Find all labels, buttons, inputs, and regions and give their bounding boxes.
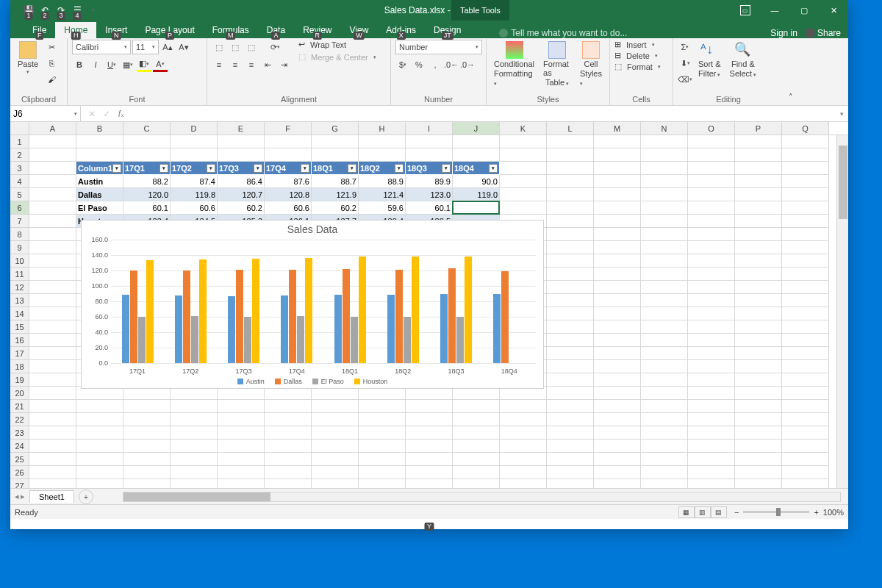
cell[interactable] <box>594 135 641 148</box>
cell[interactable] <box>594 201 641 215</box>
cell[interactable] <box>29 188 76 201</box>
cell[interactable] <box>359 426 406 440</box>
cell[interactable] <box>29 215 76 228</box>
cell[interactable] <box>359 466 406 479</box>
cell[interactable] <box>171 400 218 413</box>
cell[interactable] <box>265 413 312 426</box>
bar[interactable] <box>191 316 198 363</box>
italic-icon[interactable]: I <box>88 57 103 72</box>
cell[interactable] <box>547 241 594 254</box>
cell[interactable] <box>500 400 547 413</box>
underline-icon[interactable]: U ▾ <box>104 57 119 72</box>
filter-dropdown-icon[interactable]: ▾ <box>301 164 309 173</box>
cell[interactable] <box>594 294 641 307</box>
bar[interactable] <box>281 295 288 363</box>
border-icon[interactable]: ▦ ▾ <box>121 57 135 72</box>
row-header[interactable]: 12 <box>10 281 29 294</box>
cell[interactable] <box>594 307 641 320</box>
cell[interactable] <box>547 320 594 334</box>
cell[interactable]: 88.7 <box>312 175 359 188</box>
legend-item[interactable]: Houston <box>354 378 388 385</box>
cell[interactable] <box>547 387 594 400</box>
cell[interactable] <box>123 400 171 413</box>
cell[interactable] <box>312 135 359 148</box>
cell[interactable] <box>782 347 829 360</box>
cell[interactable] <box>782 135 829 148</box>
embedded-chart[interactable]: Sales Data 0.020.040.060.080.0100.0120.0… <box>81 220 544 389</box>
sheet-nav-prev-icon[interactable]: ◂ <box>15 492 19 501</box>
cell[interactable] <box>500 162 547 175</box>
row-header[interactable]: 3 <box>10 162 29 175</box>
cell[interactable]: 88.9 <box>359 175 406 188</box>
align-center-icon[interactable]: ≡ <box>228 57 243 72</box>
cell[interactable] <box>500 453 547 466</box>
cell[interactable] <box>500 188 547 201</box>
share-button[interactable]: ShareY <box>805 28 841 38</box>
cell[interactable]: 17Q3▾ <box>218 162 265 175</box>
cell[interactable] <box>76 479 123 488</box>
percent-format-icon[interactable]: % <box>412 57 426 72</box>
cell[interactable] <box>218 466 265 479</box>
cell[interactable] <box>453 453 500 466</box>
tab-insert[interactable]: InsertN <box>96 22 136 38</box>
column-header[interactable]: M <box>594 122 641 135</box>
cell[interactable] <box>265 479 312 488</box>
cell[interactable] <box>641 347 688 360</box>
cell[interactable] <box>547 294 594 307</box>
name-box[interactable]: J6▾ <box>10 106 81 121</box>
vscroll-thumb[interactable] <box>839 146 847 219</box>
cell[interactable] <box>29 268 76 281</box>
cell[interactable] <box>406 400 453 413</box>
bar[interactable] <box>138 317 146 363</box>
cell[interactable]: 87.6 <box>265 175 312 188</box>
bar[interactable] <box>404 317 411 363</box>
cell[interactable] <box>29 466 76 479</box>
cell[interactable] <box>453 413 500 426</box>
conditional-formatting-button[interactable]: ConditionalFormatting ▾ <box>491 40 537 88</box>
tab-add-ins[interactable]: Add-insX <box>377 22 425 38</box>
filter-dropdown-icon[interactable]: ▾ <box>442 164 451 173</box>
cell[interactable] <box>735 334 782 347</box>
filter-dropdown-icon[interactable]: ▾ <box>254 164 262 173</box>
sort-filter-button[interactable]: ᴬ↓Sort &Filter ▾ <box>695 40 724 79</box>
cell[interactable] <box>735 360 782 373</box>
cell[interactable] <box>688 281 735 294</box>
increase-indent-icon[interactable]: ⇥ <box>276 57 291 72</box>
cell[interactable] <box>782 400 829 413</box>
cell[interactable] <box>29 440 76 453</box>
cell[interactable] <box>735 241 782 254</box>
cell[interactable] <box>641 162 688 175</box>
cell[interactable] <box>29 228 76 241</box>
filter-dropdown-icon[interactable]: ▾ <box>395 164 404 173</box>
cell[interactable]: 60.1 <box>123 201 171 215</box>
cell[interactable] <box>171 413 218 426</box>
cell[interactable] <box>782 479 829 488</box>
cell[interactable] <box>782 426 829 440</box>
page-layout-view-icon[interactable]: ▥ <box>695 506 711 518</box>
cell[interactable] <box>594 373 641 387</box>
bar[interactable] <box>130 270 137 363</box>
bar[interactable] <box>244 317 251 363</box>
cell[interactable] <box>735 320 782 334</box>
cell[interactable] <box>641 320 688 334</box>
cell[interactable] <box>500 440 547 453</box>
cell[interactable] <box>641 215 688 228</box>
bar[interactable] <box>465 257 472 363</box>
decrease-decimal-icon[interactable]: .0→ <box>460 57 475 72</box>
cell[interactable] <box>641 254 688 268</box>
cell[interactable] <box>265 135 312 148</box>
cell[interactable]: 88.2 <box>123 175 171 188</box>
cell[interactable] <box>359 440 406 453</box>
cell[interactable] <box>500 413 547 426</box>
cell[interactable] <box>782 307 829 320</box>
cell[interactable] <box>547 162 594 175</box>
cell[interactable] <box>782 281 829 294</box>
cell[interactable] <box>76 440 123 453</box>
cell[interactable] <box>547 175 594 188</box>
cell[interactable] <box>594 162 641 175</box>
column-header[interactable]: N <box>641 122 688 135</box>
cell[interactable] <box>782 254 829 268</box>
decrease-font-icon[interactable]: A▾ <box>176 40 191 54</box>
cell[interactable] <box>29 175 76 188</box>
row-header[interactable]: 11 <box>10 268 29 281</box>
